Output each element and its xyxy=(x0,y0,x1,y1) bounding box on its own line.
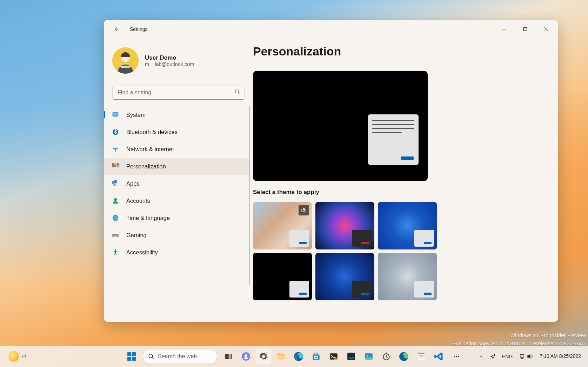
gaming-icon xyxy=(112,231,119,239)
nav-item-apps[interactable]: Apps xyxy=(104,175,250,192)
nav-label: Accessibility xyxy=(126,249,158,256)
chevron-up-icon xyxy=(479,354,484,359)
close-icon xyxy=(544,27,548,31)
teams-icon xyxy=(241,352,250,361)
taskbar-app-prime[interactable] xyxy=(343,348,360,365)
nav-item-gaming[interactable]: Gaming xyxy=(104,227,250,243)
taskbar-app-edge[interactable] xyxy=(290,348,307,365)
svg-rect-35 xyxy=(316,356,318,357)
content: Personalization Select a theme to apply xyxy=(253,38,558,322)
volume-icon xyxy=(527,353,533,360)
taskbar-app-terminal[interactable] xyxy=(325,348,342,365)
tray-chevron[interactable] xyxy=(476,353,486,360)
taskbar-app-clock[interactable] xyxy=(378,348,395,365)
close-button[interactable] xyxy=(536,22,557,36)
edge-dev-icon xyxy=(399,352,409,361)
svg-rect-23 xyxy=(127,352,131,356)
svg-rect-37 xyxy=(316,358,318,359)
taskbar-app-teams[interactable] xyxy=(238,348,254,365)
taskbar-overflow[interactable] xyxy=(448,348,465,365)
search-input[interactable] xyxy=(112,86,245,100)
svg-point-18 xyxy=(116,234,117,235)
svg-rect-10 xyxy=(112,165,114,167)
nav-item-bluetooth[interactable]: Bluetooth & devices xyxy=(104,124,250,140)
nav: System Bluetooth & devices Network & int… xyxy=(104,106,253,322)
svg-rect-9 xyxy=(117,163,119,165)
taskbar-app-edge-dev[interactable] xyxy=(395,348,412,365)
minimize-button[interactable] xyxy=(494,22,515,36)
taskbar-app-photos[interactable] xyxy=(360,348,377,365)
svg-rect-14 xyxy=(114,180,117,183)
theme-option-6[interactable] xyxy=(378,253,437,300)
page-title: Personalization xyxy=(253,45,544,58)
svg-rect-26 xyxy=(132,357,136,361)
maximize-button[interactable] xyxy=(515,22,536,36)
search-icon xyxy=(148,353,154,360)
nav-item-accessibility[interactable]: Accessibility xyxy=(104,244,250,261)
themes-grid xyxy=(253,202,442,300)
nav-label: Bluetooth & devices xyxy=(126,129,178,135)
user-block[interactable]: User Demo m__lab@outlook.com xyxy=(104,41,253,80)
clock-time: 7:10 AM xyxy=(540,353,557,360)
prime-icon xyxy=(347,352,356,361)
weather-widget[interactable]: 71° xyxy=(6,350,31,363)
nav-scrollbar[interactable] xyxy=(249,106,250,285)
tray-network-volume[interactable] xyxy=(516,352,535,361)
theme-option-2[interactable] xyxy=(315,202,374,249)
system-icon xyxy=(112,111,119,119)
taskbar-app-notepad[interactable] xyxy=(413,348,430,365)
taskbar-search[interactable]: Search the web xyxy=(143,349,217,364)
nav-item-time-language[interactable]: Time & language xyxy=(104,209,250,226)
search-icon[interactable] xyxy=(235,89,240,96)
taskbar: 71° Search the web ENG xyxy=(0,346,588,367)
taskbar-app-explorer[interactable] xyxy=(273,348,289,365)
nav-item-system[interactable]: System xyxy=(104,106,250,123)
tray-location[interactable] xyxy=(488,352,498,361)
nav-label: Gaming xyxy=(126,232,147,239)
store-icon xyxy=(312,352,321,361)
svg-point-16 xyxy=(114,198,117,201)
theme-option-4[interactable] xyxy=(253,253,312,300)
network-icon xyxy=(519,353,525,360)
nav-item-network[interactable]: Network & internet xyxy=(104,141,250,158)
photos-icon xyxy=(364,352,373,361)
svg-rect-40 xyxy=(347,353,355,360)
nav-item-accounts[interactable]: Accounts xyxy=(104,192,250,209)
taskbar-app-vscode[interactable] xyxy=(430,348,447,365)
sun-icon xyxy=(8,351,19,362)
svg-point-48 xyxy=(456,356,457,357)
theme-preview xyxy=(253,71,428,181)
theme-option-5[interactable] xyxy=(315,253,374,300)
theme-option-1[interactable] xyxy=(253,202,312,249)
taskbar-search-placeholder: Search the web xyxy=(158,353,197,360)
taskbar-app-store[interactable] xyxy=(308,348,325,365)
arrow-left-icon xyxy=(114,26,120,32)
taskbar-app-settings[interactable] xyxy=(255,348,272,365)
gear-icon xyxy=(259,352,268,361)
globe-icon xyxy=(112,214,119,222)
themes-label: Select a theme to apply xyxy=(253,189,544,196)
svg-point-42 xyxy=(367,355,368,356)
tray-clock[interactable]: 7:10 AM 8/25/2022 xyxy=(537,353,584,360)
app-title: Settings xyxy=(130,26,148,32)
tray-language[interactable]: ENG xyxy=(500,352,515,361)
svg-rect-0 xyxy=(524,28,527,31)
accounts-icon xyxy=(112,197,119,205)
nav-label: Accounts xyxy=(126,198,150,204)
accessibility-icon xyxy=(112,248,119,256)
nav-item-personalization[interactable]: Personalization xyxy=(104,158,250,175)
back-button[interactable] xyxy=(110,22,124,36)
maximize-icon xyxy=(523,27,527,31)
apps-icon xyxy=(112,180,119,187)
start-button[interactable] xyxy=(123,348,140,365)
svg-rect-24 xyxy=(132,352,136,356)
task-view-button[interactable] xyxy=(220,348,237,365)
svg-point-20 xyxy=(115,249,116,251)
folder-icon xyxy=(276,352,286,361)
svg-rect-5 xyxy=(113,113,118,115)
theme-option-3[interactable] xyxy=(378,202,437,249)
svg-rect-7 xyxy=(112,163,114,165)
svg-rect-8 xyxy=(114,163,116,165)
build-watermark: Windows 11 Pro Insider Preview Evaluatio… xyxy=(452,332,586,347)
svg-rect-12 xyxy=(117,165,119,167)
